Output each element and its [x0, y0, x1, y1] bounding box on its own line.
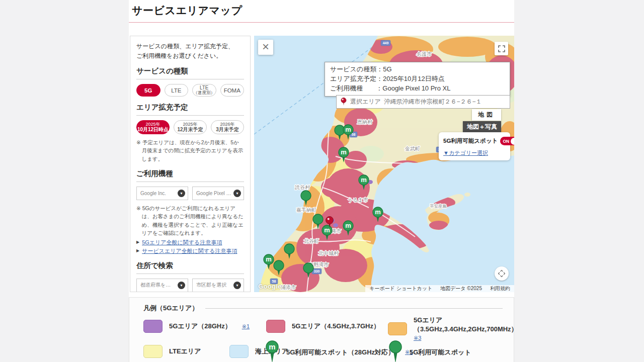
- legend-item-28ghz: 5Gエリア（28GHz） ※1: [143, 320, 250, 333]
- service-5g-button[interactable]: 5G: [136, 84, 160, 97]
- place-label: うるま市: [348, 197, 369, 203]
- swatch-sub6: [266, 320, 285, 333]
- keyboard-shortcuts-link[interactable]: キーボード ショートカット: [369, 285, 432, 292]
- service-type-buttons: 5G LTE LTE （速度別） FOMA: [136, 84, 244, 97]
- address-search-heading: 住所で検索: [136, 261, 244, 274]
- place-label: 金武町: [405, 146, 420, 151]
- svg-text:m: m: [266, 255, 272, 263]
- expansion-buttons: 2025年 10月12日時点 2025年 12月末予定 2026年 3月末予定: [136, 120, 244, 134]
- page-title: サービスエリアマップ: [132, 4, 514, 18]
- selection-info-box: サービスの種類：5G エリア拡充予定：2025年10月12日時点 ご利用機種 ：…: [325, 62, 510, 97]
- legend-panel: 凡例（5Gエリア） 5Gエリア（28GHz） ※1 5Gエリア（4.5GHz,3…: [129, 297, 514, 362]
- 5g-notes-link[interactable]: 5Gエリア全般に関する注意事項: [142, 239, 222, 246]
- expansion-note: ※ 予定エリアは、現在から2か月後末、5か月後末までの間に拡充予定のエリアを表示…: [136, 138, 244, 163]
- legend-item-spot: 5G利用可能スポット: [388, 340, 471, 362]
- place-label: 嘉手納町: [296, 207, 316, 213]
- fullscreen-button[interactable]: [495, 42, 508, 55]
- spot-pin-icon: [388, 340, 403, 362]
- swatch-low-band: [388, 322, 407, 335]
- info-device: ご利用機種 ：Google Pixel 10 Pro XL: [330, 84, 505, 94]
- map-attribution: キーボード ショートカット 地図データ ©2025 利用規約: [365, 285, 514, 292]
- spot-toggle-label: 5G利用可能スポット: [443, 137, 498, 145]
- page-content: サービスエリアマップ サービスの種類、エリア拡充予定、 ご利用機種をお選びくださ…: [129, 0, 514, 362]
- category-select-link[interactable]: ▼カテゴリー選択: [443, 149, 488, 157]
- panel-intro: サービスの種類、エリア拡充予定、 ご利用機種をお選びください。: [136, 42, 244, 60]
- info-expansion: エリア拡充予定：2025年10月12日時点: [330, 74, 505, 84]
- legend-item-lte: LTEエリア: [143, 345, 201, 358]
- model-select[interactable]: Google Pixel 10 Pro ▼: [192, 187, 244, 200]
- device-note: ※ 5Gのサービスがご利用になれるエリアは、お客さまのご利用機種により異なるため…: [136, 204, 244, 237]
- map-pan-control[interactable]: [495, 266, 509, 281]
- arrow-right-icon: ▶: [136, 248, 139, 253]
- map-close-button[interactable]: ×: [258, 40, 273, 55]
- spot-28-pin-icon: m: [265, 340, 280, 362]
- svg-text:m: m: [324, 226, 330, 234]
- route-badge: 449: [381, 40, 390, 46]
- filter-panel: サービスの種類、エリア拡充予定、 ご利用機種をお選びください。 サービスの種類 …: [130, 36, 251, 292]
- service-lte-button[interactable]: LTE: [165, 84, 189, 97]
- swatch-28ghz: [143, 320, 163, 333]
- toggle-knob: [511, 138, 514, 145]
- svg-text:m: m: [341, 148, 347, 156]
- svg-text:m: m: [345, 126, 351, 133]
- swatch-lte: [143, 345, 163, 358]
- service-lte-speed-button[interactable]: LTE （速度別）: [192, 84, 216, 97]
- map-type-photo-button[interactable]: 地図＋写真: [463, 121, 501, 133]
- city-select[interactable]: 市区郡を選択 ▼: [192, 279, 244, 292]
- selected-area-address: 沖縄県沖縄市仲宗根町２６−２６−１: [384, 98, 482, 105]
- selected-area-label: 選択エリア: [350, 98, 381, 105]
- place-label: 北中城村: [318, 250, 339, 256]
- prefecture-select[interactable]: 都道府県を選択 ▼: [136, 279, 188, 292]
- expansion-current-button[interactable]: 2025年 10月12日時点: [136, 120, 170, 134]
- place-label: 読谷村: [295, 185, 310, 190]
- svg-text:449: 449: [383, 41, 389, 45]
- legend-title: 凡例（5Gエリア）: [143, 304, 198, 313]
- legend-item-low-band: 5Gエリア （3.5GHz,3.4GHz,2GHz,700MHz） ※3: [388, 316, 518, 342]
- expansion-heading: エリア拡充予定: [136, 103, 244, 116]
- place-label: 北谷町: [304, 238, 319, 244]
- legend-divider: [205, 308, 503, 309]
- place-label: 浦添市: [281, 285, 296, 290]
- svg-text:m: m: [345, 222, 351, 229]
- service-type-heading: サービスの種類: [136, 66, 244, 79]
- map-area: 名護市 恩納村 金武町 うるま市 読谷村 嘉手納町 沖縄市 北谷町 北中城村 宜…: [254, 36, 514, 292]
- arrow-right-icon: ▶: [136, 240, 139, 244]
- chevron-down-icon: ▼: [178, 282, 185, 289]
- swatch-sea: [229, 345, 249, 358]
- legend-item-sub6: 5Gエリア（4.5GHz,3.7GHz） ※2: [266, 320, 398, 333]
- svg-text:m: m: [375, 208, 381, 216]
- 5g-spot-toggle[interactable]: ON: [500, 137, 514, 145]
- spot-toggle-panel: 5G利用可能スポット ON ▼カテゴリー選択: [439, 132, 510, 160]
- map-data-credit: 地図データ ©2025: [440, 285, 482, 292]
- svg-text:m: m: [361, 176, 367, 184]
- islet: [464, 193, 470, 197]
- chevron-down-icon: ▼: [178, 190, 185, 197]
- svg-text:330: 330: [314, 269, 320, 273]
- pan-arrows-icon: [498, 268, 506, 279]
- place-label: 名護市: [417, 51, 432, 57]
- chevron-down-icon: ▼: [233, 282, 241, 289]
- device-heading: ご利用機種: [136, 169, 244, 182]
- chevron-down-icon: ▼: [233, 190, 241, 197]
- svg-text:m: m: [269, 342, 275, 351]
- selected-area-box: 選択エリア 沖縄県沖縄市仲宗根町２６−２６−１: [336, 95, 510, 109]
- map-type-map-button[interactable]: 地図: [472, 109, 501, 121]
- google-logo: Google: [258, 283, 282, 290]
- expansion-dec-button[interactable]: 2025年 12月末予定: [174, 120, 207, 134]
- red-pin-icon: [341, 98, 347, 106]
- maker-select[interactable]: Google Inc. ▼: [136, 187, 188, 200]
- place-label: 平安座島: [430, 204, 447, 209]
- expansion-mar-button[interactable]: 2026年 3月末予定: [211, 120, 244, 134]
- legend-note-link[interactable]: ※1: [242, 323, 250, 330]
- service-area-notes-link[interactable]: サービスエリア全般に関する注意事項: [142, 247, 237, 254]
- info-service-type: サービスの種類：5G: [330, 65, 505, 74]
- place-label: 恩納村: [357, 119, 373, 125]
- fullscreen-icon: [498, 45, 505, 52]
- close-icon: ×: [262, 41, 269, 53]
- service-foma-button[interactable]: FOMA: [220, 84, 245, 97]
- terms-link[interactable]: 利用規約: [490, 285, 510, 292]
